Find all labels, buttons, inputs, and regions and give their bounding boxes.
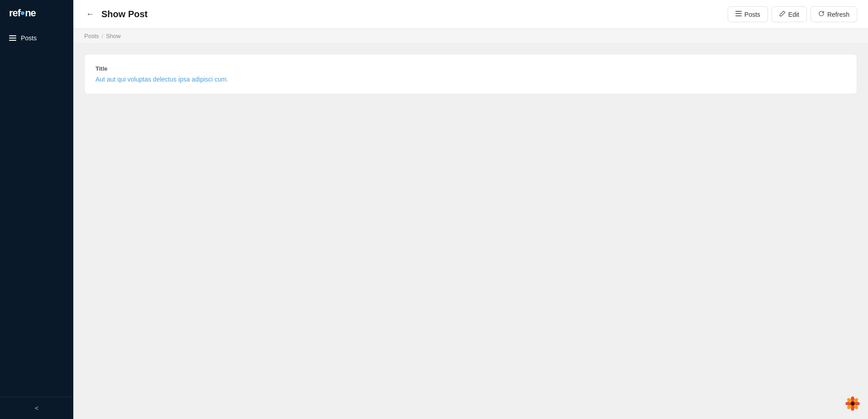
svg-point-13 [851, 402, 854, 405]
sidebar-nav: Posts [0, 26, 73, 397]
logo: refne [0, 0, 73, 26]
refresh-icon [818, 10, 825, 18]
main-content: ← Show Post Posts [73, 0, 868, 419]
sidebar-item-posts[interactable]: Posts [0, 30, 73, 46]
page-header: ← Show Post Posts [73, 0, 868, 29]
svg-point-14 [852, 403, 853, 404]
breadcrumb: Posts / Show [73, 29, 868, 43]
edit-button-label: Edit [788, 11, 799, 18]
header-left: ← Show Post [84, 8, 148, 21]
breadcrumb-show: Show [106, 33, 121, 39]
back-arrow-icon: ← [86, 10, 94, 19]
list-icon [735, 10, 742, 18]
header-actions: Posts Edit Refresh [728, 6, 857, 22]
refresh-button-label: Refresh [827, 11, 849, 18]
sidebar: refne Posts < [0, 0, 73, 419]
svg-rect-1 [735, 13, 742, 14]
page-title: Show Post [101, 9, 148, 19]
back-button[interactable]: ← [84, 8, 96, 21]
bottom-decoration [844, 395, 861, 412]
posts-button[interactable]: Posts [728, 6, 768, 22]
edit-button[interactable]: Edit [772, 6, 807, 22]
collapse-arrow-icon: < [35, 405, 38, 412]
svg-rect-0 [735, 11, 742, 12]
title-value[interactable]: Aut aut qui voluptas delectus ipsa adipi… [95, 76, 846, 83]
logo-text: refne [9, 7, 36, 19]
sidebar-collapse-button[interactable]: < [0, 397, 73, 419]
refresh-button[interactable]: Refresh [811, 6, 857, 22]
post-card: Title Aut aut qui voluptas delectus ipsa… [84, 54, 857, 94]
breadcrumb-separator: / [102, 33, 104, 39]
breadcrumb-posts[interactable]: Posts [84, 33, 99, 39]
logo-dot [21, 11, 24, 15]
edit-icon [779, 10, 786, 18]
flower-icon [844, 395, 861, 412]
svg-rect-2 [735, 15, 742, 16]
sidebar-item-label: Posts [21, 34, 37, 42]
content-area: Title Aut aut qui voluptas delectus ipsa… [73, 43, 868, 419]
posts-button-label: Posts [744, 11, 760, 18]
title-label: Title [95, 65, 846, 72]
menu-icon [9, 35, 16, 41]
